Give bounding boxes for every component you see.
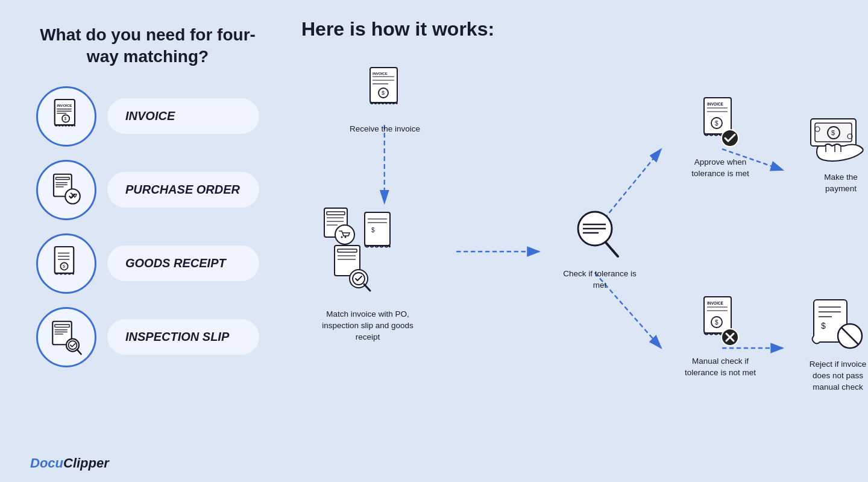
node-receive-invoice: INVOICE $ Receive the invoice [350,65,420,135]
svg-line-66 [606,243,618,256]
svg-text:INVOICE: INVOICE [57,103,72,107]
svg-point-49 [341,236,343,238]
item-row-goods: $ GOODS RECEIPT [36,233,259,294]
left-panel: What do you need for four-way matching? … [0,0,277,482]
page: What do you need for four-way matching? … [0,0,868,482]
docuclipper-logo: DocuClipper [30,455,109,471]
right-title: Here is how it works: [301,18,844,40]
node-manual-check: INVOICE $ Manual check if tolerance is n… [681,294,760,379]
invoice-circle-icon: INVOICE $ [36,86,96,147]
svg-text:INVOICE: INVOICE [707,301,723,305]
logo-text2: Clipper [63,455,109,471]
item-row-invoice: INVOICE $ INVOICE [36,86,259,147]
flow-area: INVOICE $ Receive the invoice [301,52,844,482]
node-approve: INVOICE $ Approve when tolerance is met [681,95,760,180]
invoice-label: INVOICE [107,98,259,134]
node-make-payment: $ Make the payment [808,113,868,195]
svg-text:INVOICE: INVOICE [707,102,723,106]
svg-text:$: $ [382,90,385,96]
svg-point-13 [72,197,73,198]
svg-line-61 [364,284,370,291]
receive-invoice-label: Receive the invoice [350,124,420,135]
po-circle-icon [36,160,96,220]
svg-text:$: $ [821,321,826,331]
node-match-invoice: $ Match invoice with PO, inspection slip… [319,203,416,343]
node-reject: $ Reject if invoice does not pass manual… [808,294,868,393]
svg-text:$: $ [715,120,719,127]
svg-rect-51 [365,212,390,246]
svg-text:$: $ [371,227,375,233]
make-payment-label: Make the payment [808,172,868,195]
item-row-inspection: INSPECTION SLIP [36,307,259,367]
manual-check-label: Manual check if tolerance is not met [681,356,760,379]
svg-text:$: $ [64,116,67,121]
item-row-po: PURCHASE ORDER [36,160,259,220]
inspection-label: INSPECTION SLIP [107,319,259,355]
inspection-circle-icon [36,307,96,367]
approve-label: Approve when tolerance is met [681,157,760,180]
svg-text:$: $ [715,319,719,326]
logo-text1: Docu [30,455,63,471]
svg-rect-15 [55,247,74,273]
left-title: What do you need for four-way matching? [36,24,259,68]
po-label: PURCHASE ORDER [107,172,259,208]
svg-point-48 [335,225,354,244]
right-panel: Here is how it works: [277,0,868,482]
match-invoice-label: Match invoice with PO, inspection slip a… [319,309,416,343]
svg-line-28 [77,349,81,354]
check-tolerance-label: Check if tolerance is met [561,268,639,291]
goods-label: GOODS RECEIPT [107,246,259,281]
svg-text:INVOICE: INVOICE [373,72,388,75]
reject-label: Reject if invoice does not pass manual c… [808,359,868,393]
svg-text:$: $ [63,264,65,268]
svg-point-50 [345,236,347,238]
svg-text:$: $ [831,129,835,136]
node-check-tolerance: Check if tolerance is met [561,203,639,291]
goods-circle-icon: $ [36,233,96,294]
svg-point-14 [74,197,75,198]
